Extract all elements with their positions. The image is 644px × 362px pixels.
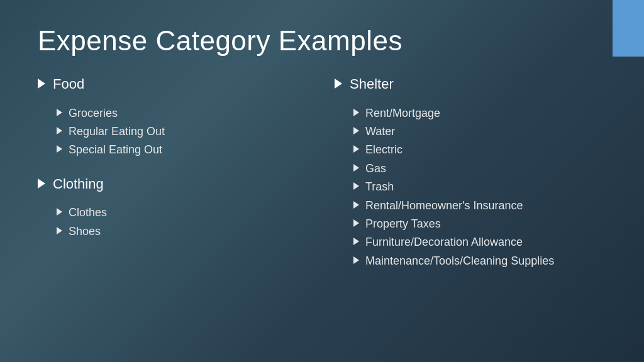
insurance-label: Rental/Homeowner's Insurance [365, 199, 523, 213]
category-shelter: Shelter [335, 75, 606, 94]
food-label: Food [53, 75, 84, 94]
groceries-arrow-icon [57, 109, 62, 116]
furniture-label: Furniture/Decoration Allowance [365, 235, 523, 250]
list-item: Property Taxes [353, 217, 606, 231]
list-item: Trash [353, 180, 606, 194]
furniture-arrow-icon [353, 238, 359, 245]
list-item: Clothes [57, 206, 309, 220]
water-label: Water [365, 124, 395, 139]
list-item: Special Eating Out [57, 143, 309, 157]
section-gap [38, 164, 309, 175]
clothing-label: Clothing [53, 175, 104, 194]
list-item: Shoes [57, 224, 309, 239]
electric-arrow-icon [353, 145, 359, 153]
right-column: Shelter Rent/Mortgage Water Electric Ga [335, 75, 606, 275]
slide-container: Expense Category Examples Food Groceries… [0, 0, 644, 362]
maintenance-label: Maintenance/Tools/Cleaning Supplies [365, 254, 554, 268]
regular-eating-arrow-icon [57, 127, 62, 134]
regular-eating-label: Regular Eating Out [69, 124, 165, 139]
rent-label: Rent/Mortgage [365, 106, 440, 121]
clothing-sub-list: Clothes Shoes [57, 206, 309, 239]
insurance-arrow-icon [353, 201, 359, 209]
food-sub-list: Groceries Regular Eating Out Special Eat… [57, 106, 309, 158]
trash-arrow-icon [353, 182, 359, 190]
property-tax-arrow-icon [353, 219, 359, 227]
shoes-label: Shoes [69, 224, 101, 239]
rent-arrow-icon [353, 109, 359, 116]
list-item: Gas [353, 162, 606, 176]
groceries-label: Groceries [69, 106, 118, 121]
special-eating-label: Special Eating Out [69, 143, 162, 157]
list-item: Water [353, 124, 606, 139]
left-column: Food Groceries Regular Eating Out Specia… [38, 75, 309, 275]
list-item: Regular Eating Out [57, 124, 309, 139]
food-arrow-icon [38, 79, 45, 89]
electric-label: Electric [365, 143, 402, 157]
corner-accent [613, 0, 644, 57]
clothes-label: Clothes [69, 206, 107, 220]
water-arrow-icon [353, 127, 359, 134]
shelter-sub-list: Rent/Mortgage Water Electric Gas Trash [353, 106, 606, 269]
category-food: Food [38, 75, 309, 94]
slide-title: Expense Category Examples [38, 25, 606, 57]
clothing-arrow-icon [38, 178, 45, 189]
content-area: Food Groceries Regular Eating Out Specia… [38, 75, 606, 275]
property-tax-label: Property Taxes [365, 217, 441, 231]
gas-arrow-icon [353, 164, 359, 172]
shelter-label: Shelter [350, 75, 394, 94]
special-eating-arrow-icon [57, 145, 62, 153]
category-clothing: Clothing [38, 175, 309, 194]
list-item: Groceries [57, 106, 309, 121]
list-item: Maintenance/Tools/Cleaning Supplies [353, 254, 606, 268]
shelter-arrow-icon [335, 79, 342, 89]
trash-label: Trash [365, 180, 394, 194]
list-item: Furniture/Decoration Allowance [353, 235, 606, 250]
gas-label: Gas [365, 162, 386, 176]
list-item: Electric [353, 143, 606, 157]
maintenance-arrow-icon [353, 256, 359, 264]
list-item: Rental/Homeowner's Insurance [353, 199, 606, 213]
shoes-arrow-icon [57, 227, 62, 234]
list-item: Rent/Mortgage [353, 106, 606, 121]
clothes-arrow-icon [57, 208, 62, 216]
